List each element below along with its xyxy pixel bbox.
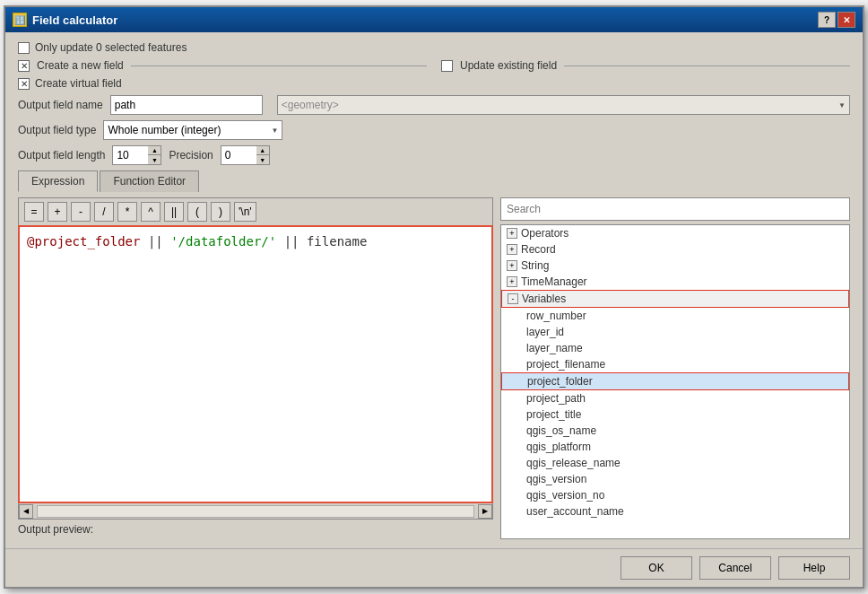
op-plus[interactable]: +: [48, 202, 67, 222]
project-filename-label: project_filename: [526, 358, 605, 371]
virtual-field-row: Create virtual field: [18, 77, 850, 90]
tree-item-layer-id[interactable]: layer_id: [501, 324, 849, 340]
expression-op2: ||: [284, 234, 307, 249]
h-scroll-track[interactable]: [37, 505, 474, 518]
only-update-row: Only update 0 selected features: [18, 41, 850, 54]
tree-item-string[interactable]: + String: [501, 258, 849, 274]
precision-label: Precision: [169, 149, 213, 162]
divider-1: [131, 66, 427, 66]
tree-item-operators[interactable]: + Operators: [501, 225, 849, 241]
tree-item-qgis-os-name[interactable]: qgis_os_name: [501, 423, 849, 439]
calculator-icon: 🔢: [13, 13, 27, 27]
tree-item-layer-name[interactable]: layer_name: [501, 340, 849, 356]
field-options-row: Create a new field Update existing field: [18, 59, 850, 72]
output-preview-row: Output preview:: [18, 520, 493, 539]
create-new-section: Create a new field: [18, 59, 427, 72]
expand-string[interactable]: +: [507, 260, 517, 271]
field-name-row: Output field name <geometry> ▼: [18, 95, 850, 115]
expand-timemanager[interactable]: +: [507, 276, 517, 287]
h-scrollbar: ◀ ▶: [18, 503, 493, 520]
field-calculator-dialog: 🔢 Field calculator ? ✕ Only update 0 sel…: [4, 5, 864, 589]
length-spinner: ▲ ▼: [112, 145, 161, 165]
function-tree: + Operators + Record + String: [500, 224, 850, 539]
operators-label: Operators: [521, 227, 569, 240]
tree-item-project-filename[interactable]: project_filename: [501, 356, 849, 372]
op-concat[interactable]: ||: [164, 202, 184, 222]
virtual-field-label: Create virtual field: [35, 77, 122, 90]
tree-item-row-number[interactable]: row_number: [501, 308, 849, 324]
tree-item-timemanager[interactable]: + TimeManager: [501, 274, 849, 290]
operator-bar: = + - / * ^ || ( ) '\n': [18, 197, 493, 225]
tree-item-project-title[interactable]: project_title: [501, 406, 849, 423]
create-new-field-checkbox[interactable]: [18, 60, 30, 72]
length-up-button[interactable]: ▲: [148, 146, 161, 155]
tab-expression[interactable]: Expression: [18, 170, 98, 192]
main-content: = + - / * ^ || ( ) '\n' @project_folder …: [18, 197, 850, 539]
output-type-value: Whole number (integer): [108, 124, 221, 136]
ok-button[interactable]: OK: [621, 556, 692, 580]
dialog-footer: OK Cancel Help: [5, 548, 863, 587]
length-input[interactable]: [112, 145, 148, 165]
precision-up-button[interactable]: ▲: [256, 146, 269, 155]
length-spinner-buttons: ▲ ▼: [148, 145, 161, 165]
expression-op1: ||: [148, 234, 170, 249]
cancel-button[interactable]: Cancel: [699, 556, 771, 580]
expression-textbox[interactable]: @project_folder || '/datafolder/' || fil…: [18, 225, 493, 503]
op-divide[interactable]: /: [94, 202, 114, 222]
op-equals[interactable]: =: [24, 202, 44, 222]
qgis-version-no-label: qgis_version_no: [526, 489, 604, 502]
close-button[interactable]: ✕: [838, 12, 855, 28]
title-buttons: ? ✕: [818, 12, 855, 28]
help-button[interactable]: Help: [778, 556, 850, 580]
tree-item-qgis-version-no[interactable]: qgis_version_no: [501, 487, 849, 503]
length-down-button[interactable]: ▼: [148, 155, 161, 164]
op-multiply[interactable]: *: [117, 202, 137, 222]
qgis-os-name-label: qgis_os_name: [526, 424, 596, 437]
geometry-combo[interactable]: <geometry> ▼: [277, 95, 850, 115]
output-type-combo[interactable]: Whole number (integer) ▼: [103, 120, 282, 140]
only-update-checkbox[interactable]: [18, 42, 30, 54]
virtual-field-checkbox[interactable]: [18, 78, 30, 90]
layer-name-label: layer_name: [526, 342, 583, 354]
op-caret[interactable]: ^: [141, 202, 161, 222]
tab-expression-label: Expression: [31, 175, 84, 188]
tree-item-user-account-name[interactable]: user_account_name: [501, 503, 849, 520]
precision-spinner-buttons: ▲ ▼: [256, 145, 270, 165]
expand-variables[interactable]: -: [508, 293, 518, 304]
output-type-label: Output field type: [18, 124, 96, 136]
project-path-label: project_path: [526, 392, 586, 405]
output-name-input[interactable]: [110, 95, 263, 115]
geometry-combo-arrow: ▼: [838, 101, 846, 109]
tree-item-project-folder[interactable]: project_folder: [501, 372, 849, 390]
qgis-release-name-label: qgis_release_name: [526, 457, 621, 469]
tree-item-qgis-platform[interactable]: qgis_platform: [501, 439, 849, 455]
tree-item-variables[interactable]: - Variables: [501, 290, 849, 308]
update-existing-checkbox[interactable]: [441, 60, 453, 72]
scroll-left-button[interactable]: ◀: [19, 504, 33, 519]
output-length-label: Output field length: [18, 149, 105, 162]
output-preview-label: Output preview:: [18, 523, 93, 536]
divider-2: [564, 66, 850, 66]
title-bar: 🔢 Field calculator ? ✕: [5, 7, 863, 32]
precision-input[interactable]: [221, 145, 256, 165]
expand-record[interactable]: +: [507, 244, 517, 255]
tree-item-project-path[interactable]: project_path: [501, 390, 849, 406]
tree-item-record[interactable]: + Record: [501, 241, 849, 258]
output-type-row: Output field type Whole number (integer)…: [18, 120, 850, 140]
layer-id-label: layer_id: [526, 326, 564, 338]
tab-function-editor[interactable]: Function Editor: [100, 170, 199, 192]
precision-down-button[interactable]: ▼: [256, 155, 269, 164]
help-title-button[interactable]: ?: [818, 12, 836, 28]
only-update-label: Only update 0 selected features: [35, 41, 187, 54]
expand-operators[interactable]: +: [507, 228, 517, 239]
op-open-paren[interactable]: (: [187, 202, 207, 222]
search-input[interactable]: [500, 197, 850, 221]
op-close-paren[interactable]: ): [211, 202, 230, 222]
op-newline[interactable]: '\n': [234, 202, 256, 222]
op-minus[interactable]: -: [71, 202, 91, 222]
scroll-right-button[interactable]: ▶: [478, 504, 492, 519]
expression-panel: = + - / * ^ || ( ) '\n' @project_folder …: [18, 197, 493, 539]
geometry-combo-label: <geometry>: [282, 99, 339, 111]
tree-item-qgis-release-name[interactable]: qgis_release_name: [501, 455, 849, 471]
tree-item-qgis-version[interactable]: qgis_version: [501, 471, 849, 487]
